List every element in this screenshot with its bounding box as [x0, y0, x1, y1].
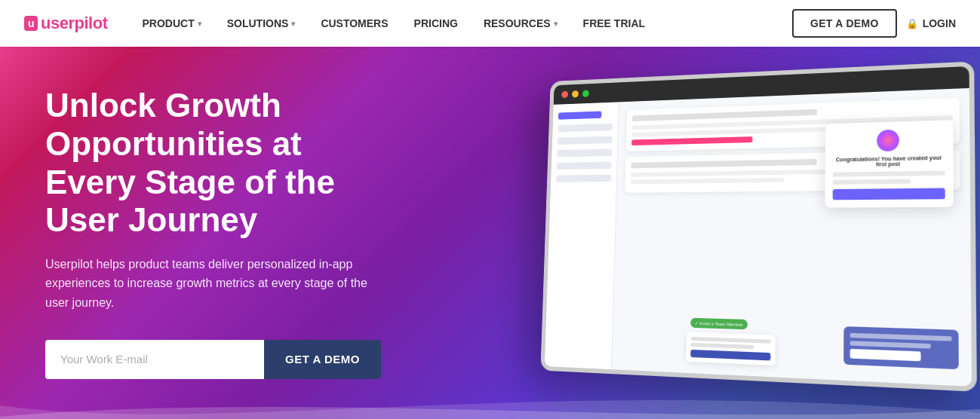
- chevron-down-icon: ▾: [554, 20, 558, 28]
- bw-text-2: [850, 341, 931, 348]
- overlay-text-2: [833, 179, 911, 184]
- nav-resources-label: RESOURCES: [484, 17, 551, 29]
- welcome-text-1: [691, 337, 771, 344]
- nav-item-pricing[interactable]: PRICING: [404, 11, 468, 35]
- hero-section: Unlock Growth Opportunities at Every Sta…: [0, 47, 980, 419]
- login-button[interactable]: 🔒 LOGIN: [906, 17, 956, 29]
- nav-item-product[interactable]: PRODUCT ▾: [131, 11, 211, 35]
- welcome-text-2: [691, 343, 754, 349]
- overlay-text-1: [833, 170, 945, 176]
- lock-icon: 🔒: [906, 18, 918, 29]
- chevron-down-icon: ▾: [291, 20, 295, 28]
- dot-green: [582, 90, 589, 97]
- hero-form: GET A DEMO: [45, 340, 392, 379]
- nav-pricing-label: PRICING: [414, 17, 458, 29]
- bw-button: [850, 349, 921, 362]
- nav-product-label: PRODUCT: [142, 17, 194, 29]
- nav-item-resources[interactable]: RESOURCES ▾: [473, 11, 568, 35]
- logo[interactable]: u userpilot: [24, 14, 107, 33]
- mockup-main: Congratulations! You have created your f…: [612, 88, 972, 387]
- sidebar-item-5: [556, 174, 611, 182]
- nav-actions: GET A DEMO 🔒 LOGIN: [792, 9, 956, 38]
- logo-icon: u: [24, 16, 38, 31]
- mockup-welcome-widget: [686, 332, 775, 365]
- card-title-1: [632, 109, 817, 121]
- nav-links: PRODUCT ▾ SOLUTIONS ▾ CUSTOMERS PRICING …: [131, 11, 792, 35]
- sidebar-item-3: [557, 148, 612, 157]
- hero-demo-button[interactable]: GET A DEMO: [264, 340, 381, 379]
- card-action-1: [631, 136, 752, 145]
- dot-red: [561, 91, 568, 99]
- nav-customers-label: CUSTOMERS: [321, 17, 388, 29]
- chevron-down-icon: ▾: [198, 20, 201, 28]
- hero-content: Unlock Growth Opportunities at Every Sta…: [0, 87, 438, 378]
- hero-mockup: Congratulations! You have created your f…: [527, 69, 980, 393]
- get-demo-button[interactable]: GET A DEMO: [792, 9, 897, 38]
- nav-solutions-label: SOLUTIONS: [227, 17, 289, 29]
- sidebar-item-4: [557, 161, 612, 170]
- logo-text: userpilot: [41, 14, 107, 33]
- sidebar-item-active: [558, 111, 602, 119]
- hero-title: Unlock Growth Opportunities at Every Sta…: [45, 87, 392, 239]
- card-line-4: [631, 178, 784, 185]
- nav-item-solutions[interactable]: SOLUTIONS ▾: [217, 11, 306, 35]
- nav-item-free-trial[interactable]: FREE TRIAL: [573, 11, 656, 35]
- sidebar-item-2: [558, 136, 613, 145]
- welcome-button: [690, 350, 770, 361]
- email-input[interactable]: [45, 340, 264, 379]
- mockup-frame: Congratulations! You have created your f…: [540, 61, 977, 391]
- mockup-badge: ✓ Invite a Team Member: [690, 318, 748, 330]
- sidebar-item-1: [558, 124, 613, 133]
- hero-subtitle: Userpilot helps product teams deliver pe…: [45, 255, 392, 313]
- card-title-2: [631, 159, 816, 168]
- navbar: u userpilot PRODUCT ▾ SOLUTIONS ▾ CUSTOM…: [0, 0, 980, 47]
- mockup-bottom-widget: [843, 326, 959, 369]
- mockup-overlay-popup: Congratulations! You have created your f…: [825, 120, 953, 207]
- nav-item-customers[interactable]: CUSTOMERS: [310, 11, 398, 35]
- nav-free-trial-label: FREE TRIAL: [583, 17, 645, 29]
- dot-yellow: [572, 90, 579, 98]
- overlay-title: Congratulations! You have created your f…: [833, 154, 945, 167]
- overlay-icon: [877, 130, 899, 151]
- mockup-body: Congratulations! You have created your f…: [545, 88, 972, 387]
- overlay-button: [833, 188, 945, 200]
- hero-wave: [0, 375, 980, 419]
- bw-text-1: [850, 333, 952, 341]
- login-label: LOGIN: [923, 17, 956, 29]
- mockup-sidebar: [545, 102, 619, 369]
